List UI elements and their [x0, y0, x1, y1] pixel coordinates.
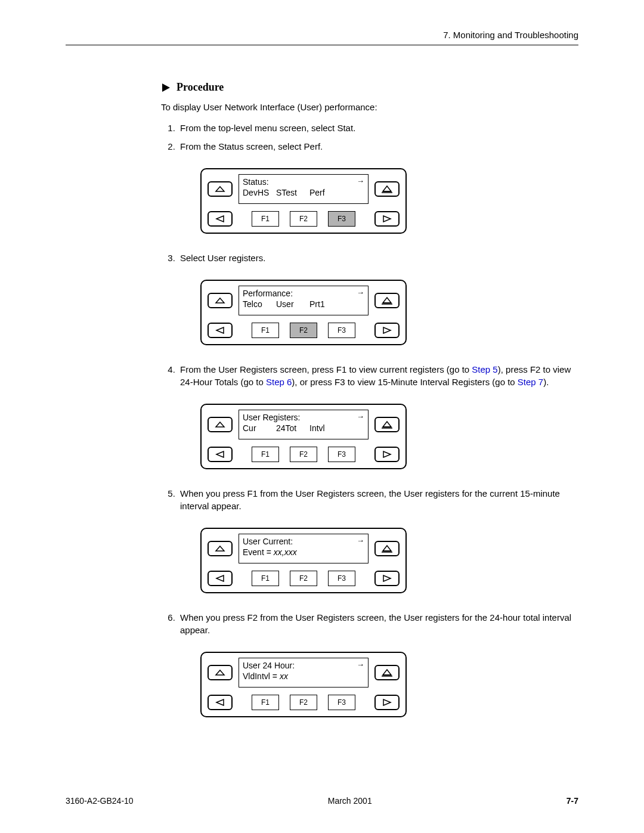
svg-marker-19	[216, 546, 224, 551]
lcd-screen: → User Registers: Cur 24Tot Intvl	[239, 410, 369, 439]
triangle-right-icon	[382, 699, 392, 706]
exit-button[interactable]	[374, 181, 400, 197]
screen-title: User 24 Hour:	[243, 661, 364, 671]
footer-date: March 2001	[328, 796, 372, 806]
scroll-right-icon: →	[357, 536, 364, 546]
f2-button[interactable]: F2	[290, 571, 317, 586]
f2-button[interactable]: F2	[290, 323, 317, 338]
exit-button[interactable]	[374, 293, 400, 308]
svg-marker-26	[383, 670, 391, 675]
procedure-steps: From the top-level menu screen, select S…	[161, 122, 578, 717]
triangle-up-icon	[215, 421, 225, 428]
f3-button[interactable]: F3	[328, 571, 355, 586]
exit-button[interactable]	[374, 665, 400, 680]
step-6-link[interactable]: Step 6	[266, 377, 292, 387]
f3-button[interactable]: F3	[328, 323, 355, 338]
f2-button[interactable]: F2	[290, 695, 317, 710]
exit-button[interactable]	[374, 541, 400, 556]
footer-docid: 3160-A2-GB24-10	[66, 796, 134, 806]
svg-marker-29	[216, 699, 224, 705]
svg-marker-23	[216, 575, 224, 581]
step-5-link[interactable]: Step 5	[472, 364, 497, 374]
exit-icon	[381, 185, 393, 193]
left-button[interactable]	[208, 695, 233, 710]
svg-marker-25	[216, 670, 224, 675]
page: 7. Monitoring and Troubleshooting Proced…	[0, 0, 644, 833]
f1-button[interactable]: F1	[252, 447, 279, 462]
step-6: When you press F2 from the User Register…	[178, 611, 578, 717]
screen-opt-1: Telco	[243, 299, 276, 310]
up-button[interactable]	[208, 417, 233, 432]
left-button[interactable]	[208, 571, 233, 586]
svg-marker-7	[216, 298, 224, 303]
step-5-text: When you press F1 from the User Register…	[180, 488, 560, 511]
running-header: 7. Monitoring and Troubleshooting	[66, 30, 578, 40]
f3-button[interactable]: F3	[328, 695, 355, 710]
up-button[interactable]	[208, 181, 233, 197]
up-button[interactable]	[208, 541, 233, 556]
up-button[interactable]	[208, 665, 233, 680]
footer-page-number: 7-7	[566, 796, 578, 806]
f1-button[interactable]: F1	[252, 571, 279, 586]
svg-marker-13	[216, 422, 224, 427]
triangle-left-icon	[215, 327, 225, 334]
screen-opt-3: Perf	[309, 188, 343, 199]
f2-button[interactable]: F2	[290, 211, 317, 227]
left-button[interactable]	[208, 323, 233, 338]
screen-line2b: xx,xxx	[274, 547, 297, 557]
triangle-right-icon	[382, 451, 392, 458]
step-4d: ).	[543, 377, 549, 387]
triangle-right-icon	[382, 327, 392, 334]
screen-title: User Current:	[243, 537, 364, 547]
left-button[interactable]	[208, 447, 233, 462]
f1-button[interactable]: F1	[252, 323, 279, 338]
fkey-row: F1 F2 F3	[239, 571, 369, 586]
lcd-screen: → Performance: Telco User Prt1	[239, 286, 369, 315]
step-7-link[interactable]: Step 7	[518, 377, 543, 387]
fkey-row: F1 F2 F3	[239, 211, 369, 227]
f3-button[interactable]: F3	[328, 447, 355, 462]
device-panel: → Status: DevHS STest Perf	[200, 168, 407, 234]
fkey-row: F1 F2 F3	[239, 695, 369, 710]
screen-opt-3: Intvl	[309, 423, 343, 434]
panel-user-registers: → User Registers: Cur 24Tot Intvl	[200, 404, 578, 469]
left-button[interactable]	[208, 211, 233, 227]
f1-button[interactable]: F1	[252, 695, 279, 710]
exit-icon	[381, 668, 393, 677]
triangle-left-icon	[215, 451, 225, 458]
right-button[interactable]	[374, 323, 400, 338]
device-panel: → User Registers: Cur 24Tot Intvl	[200, 404, 407, 469]
svg-marker-20	[383, 546, 391, 551]
step-3: Select User registers. → Performance: Te…	[178, 252, 578, 345]
screen-opt-3: Prt1	[309, 299, 343, 310]
panel-status: → Status: DevHS STest Perf	[200, 168, 578, 234]
svg-marker-30	[383, 699, 391, 705]
right-button[interactable]	[374, 447, 400, 462]
exit-button[interactable]	[374, 417, 400, 432]
lcd-screen: → User Current: Event = xx,xxx	[239, 534, 369, 563]
up-button[interactable]	[208, 293, 233, 308]
triangle-left-icon	[215, 215, 225, 222]
svg-marker-1	[216, 187, 224, 191]
page-footer: 3160-A2-GB24-10 March 2001 7-7	[66, 796, 578, 806]
svg-marker-8	[383, 298, 391, 303]
right-button[interactable]	[374, 695, 400, 710]
screen-opt-1: Cur	[243, 423, 276, 434]
svg-marker-14	[383, 422, 391, 427]
right-button[interactable]	[374, 211, 400, 227]
f3-button[interactable]: F3	[328, 211, 355, 227]
right-button[interactable]	[374, 571, 400, 586]
lcd-screen: → Status: DevHS STest Perf	[239, 174, 369, 204]
f2-button[interactable]: F2	[290, 447, 317, 462]
procedure-heading-text: Procedure	[177, 81, 224, 94]
fkey-row: F1 F2 F3	[239, 447, 369, 462]
lcd-screen: → User 24 Hour: VldIntvl = xx	[239, 658, 369, 688]
f1-button[interactable]: F1	[252, 211, 279, 227]
play-icon	[161, 83, 171, 92]
device-panel: → User 24 Hour: VldIntvl = xx	[200, 652, 407, 717]
step-4c: ), or press F3 to view 15-Minute Interva…	[292, 377, 517, 387]
device-panel: → Performance: Telco User Prt1	[200, 280, 407, 345]
step-3-text: Select User registers.	[180, 253, 265, 263]
svg-marker-18	[383, 451, 391, 457]
panel-performance: → Performance: Telco User Prt1	[200, 280, 578, 345]
